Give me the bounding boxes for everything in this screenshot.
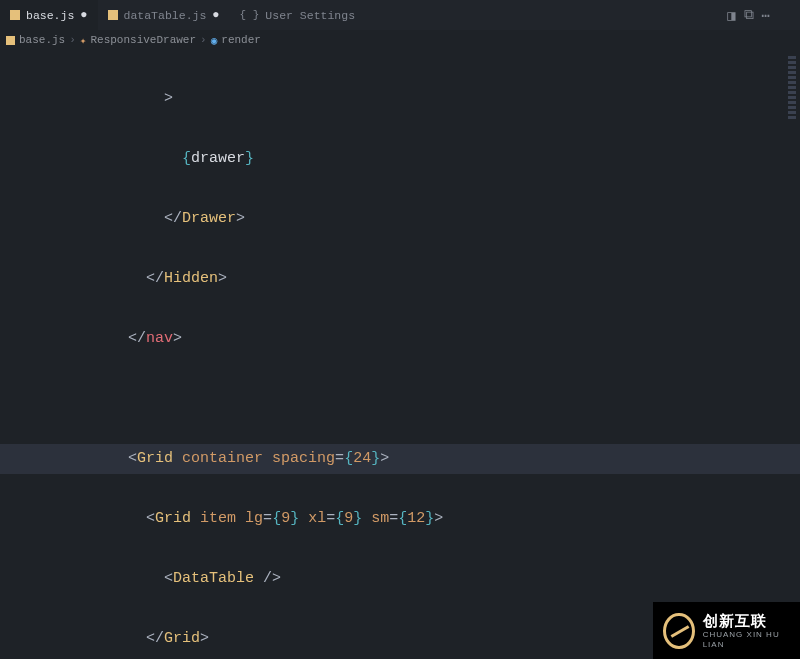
watermark-logo-icon	[663, 613, 695, 649]
tab-label: base.js	[26, 9, 74, 22]
tab-label: dataTable.js	[124, 9, 207, 22]
breadcrumb: base.js › ✦ ResponsiveDrawer › ◉ render	[0, 30, 800, 50]
js-icon	[108, 10, 118, 20]
tab-datatable-js[interactable]: dataTable.js ●	[98, 0, 230, 30]
code-line: <DataTable />	[56, 564, 786, 594]
code-line: <Grid container spacing={24}>	[56, 444, 786, 474]
code-line	[56, 384, 786, 414]
compare-icon[interactable]: ◨	[727, 7, 735, 24]
code-line: </Hidden>	[56, 264, 786, 294]
dirty-icon: ●	[212, 9, 219, 21]
tab-user-settings[interactable]: { } User Settings	[230, 0, 366, 30]
chevron-right-icon: ›	[200, 34, 207, 46]
code-line: </Drawer>	[56, 204, 786, 234]
more-icon[interactable]: ⋯	[762, 7, 770, 24]
dirty-icon: ●	[80, 9, 87, 21]
editor[interactable]: > {drawer} </Drawer> </Hidden> </nav> <G…	[0, 50, 800, 659]
crumb-file[interactable]: base.js	[19, 34, 65, 46]
js-icon	[10, 10, 20, 20]
tab-base-js[interactable]: base.js ●	[0, 0, 98, 30]
watermark: 创新互联 CHUANG XIN HU LIAN	[653, 602, 800, 659]
watermark-en: CHUANG XIN HU LIAN	[703, 630, 790, 649]
settings-icon: { }	[240, 9, 260, 21]
tab-label: User Settings	[265, 9, 355, 22]
split-icon[interactable]: ⧉	[744, 7, 754, 24]
code-line: <Grid item lg={9} xl={9} sm={12}>	[56, 504, 786, 534]
code-line: {drawer}	[56, 144, 786, 174]
js-icon	[6, 36, 15, 45]
editor-actions: ◨ ⧉ ⋯	[727, 7, 800, 24]
watermark-cn: 创新互联	[703, 612, 790, 630]
code-area[interactable]: > {drawer} </Drawer> </Hidden> </nav> <G…	[56, 50, 786, 659]
crumb-symbol[interactable]: render	[221, 34, 261, 46]
minimap[interactable]	[788, 50, 800, 659]
code-line: >	[56, 84, 786, 114]
tab-bar: base.js ● dataTable.js ● { } User Settin…	[0, 0, 800, 30]
code-line: </nav>	[56, 324, 786, 354]
method-icon: ◉	[211, 34, 218, 47]
gutter	[0, 50, 56, 659]
symbol-icon: ✦	[80, 34, 87, 47]
crumb-symbol[interactable]: ResponsiveDrawer	[90, 34, 196, 46]
chevron-right-icon: ›	[69, 34, 76, 46]
